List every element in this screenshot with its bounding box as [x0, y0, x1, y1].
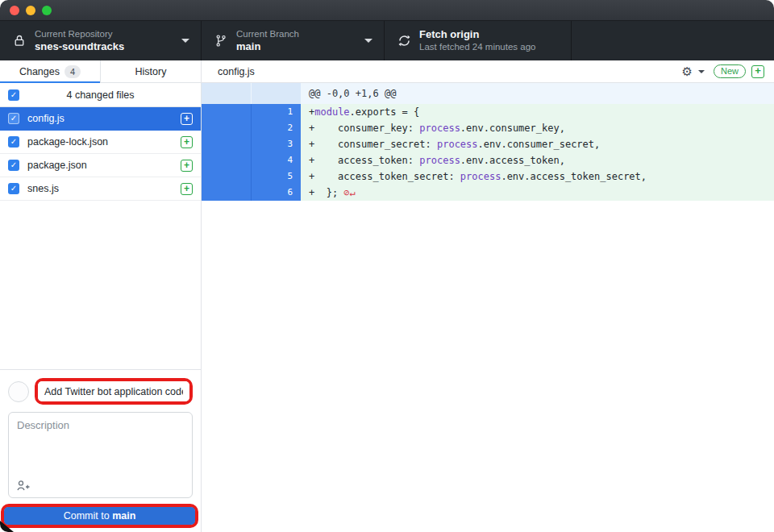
lock-icon [11, 34, 27, 48]
file-row[interactable]: ✓snes.js+ [0, 177, 201, 201]
commit-area: Commit to main [0, 369, 201, 532]
diff-line[interactable]: 5+ access_token_secret: process.env.acce… [202, 168, 774, 185]
diff-gutter-old[interactable] [202, 136, 251, 152]
close-window-button[interactable] [10, 6, 19, 15]
summary-highlight-annotation [35, 378, 193, 405]
changes-sidebar: Changes 4 History ✓ 4 changed files ✓con… [0, 60, 202, 532]
fetch-origin-label: Fetch origin [419, 28, 536, 41]
diff-file-name: config.js [218, 66, 682, 77]
diff-code-text: + access_token_secret: process.env.acces… [301, 168, 774, 185]
file-row[interactable]: ✓package-lock.json+ [0, 131, 201, 154]
hunk-gutter-new [251, 83, 301, 104]
titlebar[interactable] [0, 0, 774, 21]
gear-icon[interactable]: ⚙ [682, 65, 693, 77]
diff-line-number[interactable]: 6 [251, 185, 301, 201]
commit-summary-row [8, 378, 193, 405]
diff-code-text: + consumer_secret: process.env.consumer_… [301, 136, 774, 152]
branch-name: main [236, 40, 299, 53]
file-list: ✓config.js+✓package-lock.json+✓package.j… [0, 107, 201, 201]
hunk-gutter-old [202, 83, 251, 104]
repository-label: Current Repository [35, 28, 124, 39]
diff-gutter-old[interactable] [202, 185, 251, 201]
file-checkbox[interactable]: ✓ [8, 160, 19, 171]
diff-header: config.js ⚙ New + [202, 60, 774, 83]
tab-history-label: History [135, 66, 167, 77]
content: Changes 4 History ✓ 4 changed files ✓con… [0, 60, 774, 532]
diff-code-text: + consumer_key: process.env.consumer_key… [301, 120, 774, 136]
diff-line[interactable]: 1+module.exports = { [202, 104, 774, 120]
added-file-icon: + [751, 65, 764, 78]
diff-code-text: +module.exports = { [301, 104, 774, 120]
file-checkbox[interactable]: ✓ [8, 136, 19, 148]
minimize-window-button[interactable] [26, 6, 35, 15]
diff-gutter-old[interactable] [202, 120, 251, 136]
repository-name: snes-soundtracks [35, 40, 124, 53]
commit-summary-input[interactable] [38, 381, 189, 401]
zoom-window-button[interactable] [42, 6, 52, 15]
file-name: config.js [27, 113, 173, 124]
chevron-down-icon [364, 39, 372, 43]
select-all-row: ✓ 4 changed files [0, 83, 201, 107]
last-fetched-status: Last fetched 24 minutes ago [419, 41, 536, 52]
diff-line-number[interactable]: 5 [251, 168, 301, 185]
git-branch-icon [213, 34, 229, 48]
commit-description-input[interactable] [9, 413, 192, 476]
file-name: package.json [27, 160, 173, 171]
diff-line[interactable]: 6+ }; ⊘↵ [202, 185, 774, 201]
diff-gutter-old[interactable] [202, 168, 251, 185]
diff-gutter-old[interactable] [202, 104, 251, 120]
fetch-origin-button[interactable]: Fetch origin Last fetched 24 minutes ago [385, 21, 572, 60]
branch-label: Current Branch [236, 28, 299, 39]
tab-changes[interactable]: Changes 4 [0, 60, 100, 82]
hunk-header-text: @@ -0,0 +1,6 @@ [301, 83, 774, 104]
hunk-header-row: @@ -0,0 +1,6 @@ [202, 83, 774, 104]
file-added-status-icon: + [181, 136, 193, 148]
file-name: package-lock.json [27, 136, 173, 148]
file-row[interactable]: ✓package.json+ [0, 154, 201, 177]
commit-button-prefix: Commit to [64, 510, 112, 522]
diff-lines: 1+module.exports = {2+ consumer_key: pro… [202, 104, 774, 201]
file-name: snes.js [27, 183, 173, 194]
sync-icon [396, 34, 412, 48]
file-added-status-icon: + [181, 183, 193, 195]
file-checkbox[interactable]: ✓ [8, 113, 19, 124]
app-window: Current Repository snes-soundtracks Curr… [0, 0, 774, 532]
sidebar-tabs: Changes 4 History [0, 60, 201, 83]
chevron-down-icon [181, 39, 189, 43]
file-added-status-icon: + [181, 113, 193, 125]
tab-changes-label: Changes [19, 66, 60, 77]
diff-line[interactable]: 4+ access_token: process.env.access_toke… [202, 152, 774, 168]
commit-to-main-button[interactable]: Commit to main [4, 507, 195, 525]
diff-gutter-old[interactable] [202, 152, 251, 168]
main-toolbar: Current Repository snes-soundtracks Curr… [0, 21, 774, 60]
file-added-status-icon: + [181, 160, 193, 172]
chevron-down-icon[interactable] [698, 70, 705, 73]
current-branch-dropdown[interactable]: Current Branch main [202, 21, 385, 60]
add-coauthor-icon[interactable] [16, 480, 31, 492]
changed-files-count: 4 changed files [19, 89, 193, 101]
commit-button-branch: main [112, 510, 135, 522]
diff-line-number[interactable]: 2 [251, 120, 301, 136]
sidebar-empty-space [0, 201, 201, 369]
new-file-badge: New [714, 64, 746, 78]
commit-description-box [8, 412, 193, 498]
diff-line-number[interactable]: 1 [251, 104, 301, 120]
select-all-checkbox[interactable]: ✓ [8, 89, 19, 101]
diff-line-number[interactable]: 3 [251, 136, 301, 152]
file-checkbox[interactable]: ✓ [8, 183, 19, 194]
commit-button-highlight-annotation: Commit to main [1, 504, 198, 528]
diff-line[interactable]: 2+ consumer_key: process.env.consumer_ke… [202, 120, 774, 136]
diff-line[interactable]: 3+ consumer_secret: process.env.consumer… [202, 136, 774, 152]
tab-history[interactable]: History [100, 60, 201, 82]
changes-count-badge: 4 [64, 65, 81, 78]
diff-view: config.js ⚙ New + @@ -0,0 +1,6 @@ 1+modu… [202, 60, 774, 532]
avatar [8, 381, 29, 402]
current-repository-dropdown[interactable]: Current Repository snes-soundtracks [0, 21, 202, 60]
diff-line-number[interactable]: 4 [251, 152, 301, 168]
diff-controls: ⚙ New + [682, 64, 764, 78]
file-row[interactable]: ✓config.js+ [0, 107, 201, 131]
diff-code-text: + }; ⊘↵ [301, 185, 774, 201]
diff-code-text: + access_token: process.env.access_token… [301, 152, 774, 168]
